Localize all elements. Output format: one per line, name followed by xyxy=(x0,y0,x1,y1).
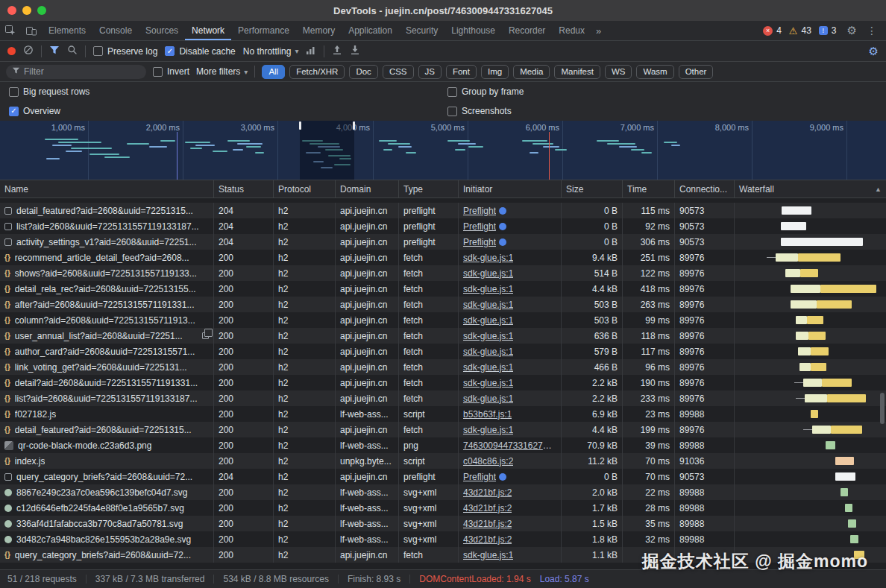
column-header-time[interactable]: Time xyxy=(623,180,675,197)
request-row[interactable]: detail_featured?aid=2608&uuid=72251315..… xyxy=(0,422,886,437)
request-row[interactable]: detail?aid=2608&uuid=72251315571191331..… xyxy=(0,375,886,391)
selection-right-handle[interactable] xyxy=(353,121,355,130)
more-filters-dropdown[interactable]: More filters ▾ xyxy=(196,66,248,77)
initiator-link[interactable]: sdk-glue.js:1 xyxy=(463,331,513,341)
request-row[interactable]: c12d6646efb2245fa4e88f0e1a9565b7.svg200h… xyxy=(0,500,886,516)
big-request-rows-checkbox-box[interactable] xyxy=(9,87,19,97)
chip-media[interactable]: Media xyxy=(513,65,550,79)
request-row[interactable]: activity_settings_v1?aid=2608&uuid=72251… xyxy=(0,234,886,250)
column-header-domain[interactable]: Domain xyxy=(336,180,399,197)
issues-icon[interactable]: ! xyxy=(819,26,828,35)
initiator-link[interactable]: 43d21bf.js:2 xyxy=(463,534,512,545)
group-by-frame-checkbox[interactable]: Group by frame xyxy=(447,86,524,97)
overview-checkbox[interactable]: ✓ Overview xyxy=(9,106,60,116)
copy-icon[interactable] xyxy=(202,332,209,339)
preserve-log-checkbox-box[interactable] xyxy=(93,46,103,56)
initiator-link[interactable]: sdk-glue.js:1 xyxy=(463,253,513,263)
filter-input-box[interactable] xyxy=(6,65,146,79)
group-by-frame-checkbox-box[interactable] xyxy=(447,87,457,97)
initiator-link[interactable]: sdk-glue.js:1 xyxy=(463,393,513,404)
initiator-link[interactable]: 43d21bf.js:2 xyxy=(463,487,512,498)
column-header-protocol[interactable]: Protocol xyxy=(274,180,336,197)
import-har-icon[interactable] xyxy=(350,45,360,57)
tab-redux[interactable]: Redux xyxy=(552,21,591,40)
zoom-window-button[interactable] xyxy=(37,6,46,15)
column-header-initiator[interactable]: Initiator xyxy=(459,180,562,197)
chip-manifest[interactable]: Manifest xyxy=(554,65,600,79)
throttling-dropdown[interactable]: No throttling ▾ xyxy=(243,46,299,57)
column-header-type[interactable]: Type xyxy=(399,180,459,197)
filter-input[interactable] xyxy=(24,66,140,77)
close-window-button[interactable] xyxy=(7,6,16,15)
network-conditions-icon[interactable] xyxy=(306,45,316,57)
initiator-link[interactable]: sdk-glue.js:1 xyxy=(463,300,513,310)
initiator-link[interactable]: 43d21bf.js:2 xyxy=(463,503,512,513)
request-row[interactable]: recommend_article_detail_feed?aid=2608..… xyxy=(0,250,886,265)
error-icon[interactable]: × xyxy=(763,26,773,36)
initiator-link[interactable]: Preflight xyxy=(463,206,496,216)
invert-checkbox-box[interactable] xyxy=(153,67,163,77)
chip-other[interactable]: Other xyxy=(679,65,714,79)
screenshots-checkbox-box[interactable] xyxy=(447,107,457,116)
chip-font[interactable]: Font xyxy=(446,65,477,79)
issues-count[interactable]: 3 xyxy=(832,25,837,36)
settings-gear-icon[interactable]: ⚙ xyxy=(844,24,860,37)
record-network-log-button[interactable] xyxy=(7,47,16,55)
tab-memory[interactable]: Memory xyxy=(296,21,342,40)
vertical-scrollbar-thumb[interactable] xyxy=(880,393,885,424)
tab-console[interactable]: Console xyxy=(92,21,139,40)
tab-performance[interactable]: Performance xyxy=(231,21,296,40)
request-row[interactable]: 336af4d1fafabcca3b770c8ad7a50781.svg200h… xyxy=(0,516,886,531)
overview-checkbox-box[interactable]: ✓ xyxy=(9,107,19,116)
chip-css[interactable]: CSS xyxy=(383,65,414,79)
chip-wasm[interactable]: Wasm xyxy=(636,65,673,79)
request-row[interactable]: detail_featured?aid=2608&uuid=72251315..… xyxy=(0,203,886,218)
disable-cache-checkbox[interactable]: ✓ Disable cache xyxy=(165,46,235,57)
initiator-link[interactable]: sdk-glue.js:1 xyxy=(463,284,513,294)
request-row[interactable]: column?aid=2608&uuid=722513155711913...2… xyxy=(0,312,886,328)
initiator-link[interactable]: b53b63f.js:1 xyxy=(463,409,512,420)
overview-selection-window[interactable] xyxy=(300,121,354,180)
filter-funnel-icon[interactable] xyxy=(49,45,60,57)
warning-icon[interactable]: ⚠ xyxy=(789,26,798,36)
disable-cache-checkbox-box[interactable]: ✓ xyxy=(165,46,175,56)
request-row[interactable]: f027182.js200h2lf-web-ass...scriptb53b63… xyxy=(0,406,886,422)
preserve-log-checkbox[interactable]: Preserve log xyxy=(93,46,157,57)
initiator-link[interactable]: Preflight xyxy=(463,237,496,247)
request-row[interactable]: user_annual_list?aid=2608&uuid=72251...2… xyxy=(0,328,886,344)
tab-security[interactable]: Security xyxy=(399,21,444,40)
request-row[interactable]: index.js200h2unpkg.byte...scriptc048c86.… xyxy=(0,453,886,469)
initiator-link[interactable]: Preflight xyxy=(463,221,496,232)
tab-lighthouse[interactable]: Lighthouse xyxy=(444,21,502,40)
initiator-link[interactable]: c048c86.js:2 xyxy=(463,456,513,467)
initiator-link[interactable]: sdk-glue.js:1 xyxy=(463,268,513,279)
export-har-icon[interactable] xyxy=(332,45,342,57)
request-row[interactable]: shows?aid=2608&uuid=7225131557119133...2… xyxy=(0,265,886,281)
chip-js[interactable]: JS xyxy=(418,65,442,79)
initiator-link[interactable]: sdk-glue.js:1 xyxy=(463,315,513,326)
inspect-element-icon[interactable] xyxy=(0,21,21,40)
tab-application[interactable]: Application xyxy=(342,21,399,40)
network-settings-gear-icon[interactable]: ⚙ xyxy=(869,45,879,58)
invert-checkbox[interactable]: Invert xyxy=(153,66,189,77)
initiator-link[interactable]: 746300944733162704... xyxy=(463,440,556,451)
chip-img[interactable]: Img xyxy=(481,65,509,79)
request-row[interactable]: 8867e249c23a7c0ea596c139befc04d7.svg200h… xyxy=(0,484,886,500)
chip-doc[interactable]: Doc xyxy=(349,65,377,79)
column-header-name[interactable]: Name xyxy=(0,180,214,197)
tab-sources[interactable]: Sources xyxy=(139,21,185,40)
device-toolbar-icon[interactable] xyxy=(21,21,42,40)
chip-fetch-xhr[interactable]: Fetch/XHR xyxy=(289,65,345,79)
error-count[interactable]: 4 xyxy=(776,25,782,36)
minimize-window-button[interactable] xyxy=(22,6,31,15)
request-row[interactable]: query_category_briefs?aid=2608&uuid=72..… xyxy=(0,547,886,563)
initiator-link[interactable]: sdk-glue.js:1 xyxy=(463,425,513,435)
network-overview-timeline[interactable]: 1,000 ms2,000 ms3,000 ms4,000 ms5,000 ms… xyxy=(0,121,886,180)
chip-all[interactable]: All xyxy=(262,65,285,79)
initiator-link[interactable]: sdk-glue.js:1 xyxy=(463,347,513,357)
column-header-connectio[interactable]: Connectio... xyxy=(675,180,735,197)
initiator-link[interactable]: sdk-glue.js:1 xyxy=(463,550,513,560)
column-header-status[interactable]: Status xyxy=(214,180,274,197)
request-row[interactable]: list?aid=2608&uuid=7225131557119133187..… xyxy=(0,391,886,406)
tab-elements[interactable]: Elements xyxy=(42,21,92,40)
